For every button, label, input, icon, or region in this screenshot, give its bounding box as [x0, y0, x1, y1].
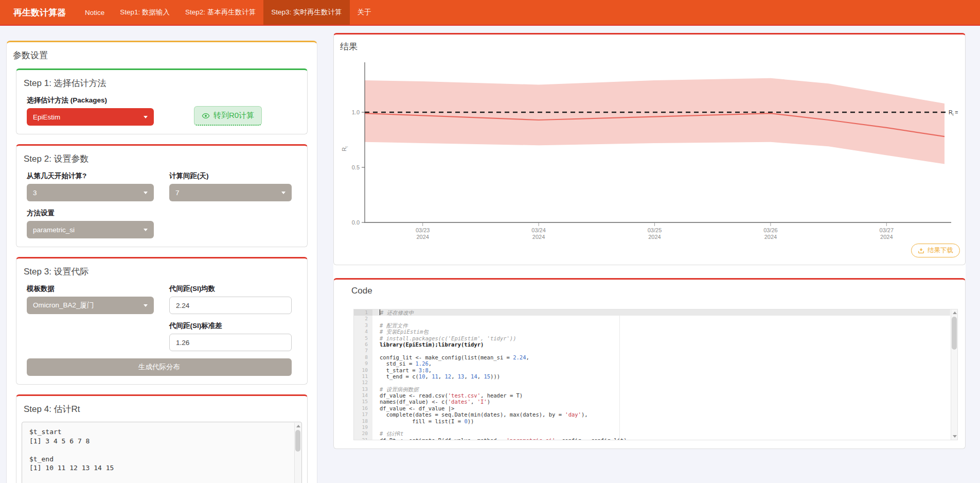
line-number: 17	[354, 411, 372, 418]
interval-value: 7	[175, 189, 180, 197]
code-text	[372, 424, 380, 430]
chevron-down-icon	[144, 304, 148, 307]
eye-icon	[202, 112, 210, 120]
si-sd-input[interactable]	[169, 334, 292, 351]
rt-config-output-text: $t_start [1] 3 4 5 6 7 8 $t_end [1] 10 1…	[22, 422, 301, 483]
start-day-select[interactable]: 3	[27, 184, 154, 201]
code-line: 20# 估计Rt	[354, 430, 950, 437]
line-number: 9	[354, 360, 372, 367]
code-text: # 还在修改中	[372, 309, 414, 316]
code-line: 17 complete(dates = seq.Date(min(dates),…	[354, 411, 950, 418]
code-line: 18 fill = list(I = 0))	[354, 418, 950, 424]
code-text: df_value <- df_value |>	[372, 405, 454, 411]
method-setting-select[interactable]: parametric_si	[27, 221, 154, 238]
interval-label: 计算间距(天)	[169, 171, 292, 181]
code-line: 5# install.packages(c('EpiEstim', 'tidyr…	[354, 335, 950, 341]
line-number: 1	[354, 309, 372, 316]
nav-tab-4[interactable]: 关于	[350, 0, 379, 25]
step2-card: Step 2: 设置参数 从第几天开始计算? 3 计算间距(天) 7	[16, 144, 308, 247]
code-line: 4# 安装EpiEstim包	[354, 329, 950, 335]
nav-tab-1[interactable]: Step1: 数据输入	[112, 0, 177, 25]
step3-card: Step 3: 设置代际 模板数据 Omicron_BA2_厦门 代间距(SI)…	[16, 257, 308, 385]
code-editor[interactable]: 1# 还在修改中23# 配置文件4# 安装EpiEstim包5# install…	[353, 309, 958, 440]
svg-text:2024: 2024	[416, 234, 429, 240]
scroll-down-arrow[interactable]	[953, 435, 957, 438]
code-text: fill = list(I = 0))	[372, 418, 474, 424]
template-data-select[interactable]: Omicron_BA2_厦门	[27, 297, 154, 314]
si-mean-input[interactable]	[169, 297, 292, 314]
line-number: 3	[354, 322, 372, 329]
code-text: config_lit <- make_config(list(mean_si =…	[372, 354, 529, 360]
chevron-down-icon	[144, 229, 148, 231]
chevron-down-icon	[144, 116, 148, 118]
code-line: 7	[354, 348, 950, 354]
chevron-down-icon	[144, 192, 148, 194]
template-data-label: 模板数据	[27, 284, 154, 294]
results-card: 结果 Rt = 10.00.51.003/23202403/24202403/2…	[333, 33, 966, 265]
download-results-button[interactable]: 结果下载	[911, 244, 960, 257]
editor-scrollbar[interactable]	[951, 309, 957, 440]
svg-text:2024: 2024	[532, 234, 545, 240]
line-number: 12	[354, 380, 372, 386]
line-number: 14	[354, 392, 372, 399]
code-text: df_Rt <- estimate_R(df_value, method = '…	[372, 437, 627, 440]
method-setting-label: 方法设置	[27, 209, 154, 218]
svg-text:0.5: 0.5	[352, 164, 360, 170]
code-text: t_end = c(10, 11, 12, 13, 14, 15)))	[372, 373, 500, 380]
code-text: # 估计Rt	[372, 430, 403, 437]
nav-tab-3[interactable]: Step3: 实时再生数计算	[263, 0, 349, 25]
nav-tab-0[interactable]: Notice	[77, 0, 112, 25]
generate-si-button[interactable]: 生成代际分布	[27, 358, 292, 376]
interval-select[interactable]: 7	[169, 184, 292, 201]
vertical-scrollbar[interactable]	[294, 423, 301, 483]
step3-heading: Step 3: 设置代际	[24, 266, 303, 278]
code-text: # 安装EpiEstim包	[372, 329, 429, 335]
line-number: 21	[354, 437, 372, 440]
code-line: 19	[354, 424, 950, 430]
scroll-up-arrow[interactable]	[953, 312, 957, 314]
code-line: 3# 配置文件	[354, 322, 950, 329]
code-line: 8config_lit <- make_config(list(mean_si …	[354, 354, 950, 360]
code-line: 12	[354, 380, 950, 386]
code-text: # 设置病例数据	[372, 386, 419, 392]
start-day-label: 从第几天开始计算?	[27, 171, 154, 181]
code-line: 11 t_end = c(10, 11, 12, 13, 14, 15)))	[354, 373, 950, 380]
code-line: 16df_value <- df_value |>	[354, 405, 950, 411]
line-number: 8	[354, 354, 372, 360]
si-sd-label: 代间距(SI)标准差	[169, 321, 292, 331]
parameters-panel: 参数设置 Step 1: 选择估计方法 选择估计方法 (Packages) Ep…	[6, 41, 317, 483]
code-text	[372, 380, 380, 386]
scroll-thumb[interactable]	[952, 317, 957, 350]
goto-r0-button[interactable]: 转到R0计算	[194, 106, 262, 126]
svg-text:2024: 2024	[648, 234, 661, 240]
line-number: 10	[354, 367, 372, 373]
line-number: 16	[354, 405, 372, 411]
svg-text:0.0: 0.0	[352, 219, 360, 226]
rt-config-output[interactable]: $t_start [1] 3 4 5 6 7 8 $t_end [1] 10 1…	[22, 422, 302, 483]
step4-card: Step 4: 估计Rt $t_start [1] 3 4 5 6 7 8 $t…	[16, 394, 308, 483]
code-text: names(df_value) <- c('dates', 'I')	[372, 399, 490, 405]
code-line: 9 std_si = 1.26,	[354, 360, 950, 367]
line-number: 13	[354, 386, 372, 392]
scroll-thumb[interactable]	[295, 430, 300, 452]
step1-heading: Step 1: 选择估计方法	[24, 77, 303, 89]
code-text: t_start = 3:8,	[372, 367, 432, 373]
svg-text:Rt: Rt	[341, 146, 348, 151]
code-text	[372, 348, 380, 354]
code-line: 1# 还在修改中	[354, 309, 950, 316]
scroll-up-arrow[interactable]	[296, 425, 300, 427]
nav-tab-2[interactable]: Step2: 基本再生数计算	[177, 0, 263, 25]
code-heading: Code	[351, 286, 965, 296]
code-text: # install.packages(c('EpiEstim', 'tidyr'…	[372, 335, 516, 341]
method-setting-value: parametric_si	[33, 226, 75, 234]
download-icon	[918, 247, 924, 254]
parameters-title: 参数设置	[13, 49, 308, 61]
code-text: std_si = 1.26,	[372, 360, 432, 367]
app-brand[interactable]: 再生数计算器	[13, 0, 66, 25]
code-text: df_value <- read.csv('test.csv', header …	[372, 392, 523, 399]
code-line: 10 t_start = 3:8,	[354, 367, 950, 373]
code-line: 15names(df_value) <- c('dates', 'I')	[354, 399, 950, 405]
svg-text:1.0: 1.0	[352, 109, 360, 115]
estimation-method-select[interactable]: EpiEstim	[27, 108, 154, 126]
line-number: 5	[354, 335, 372, 341]
